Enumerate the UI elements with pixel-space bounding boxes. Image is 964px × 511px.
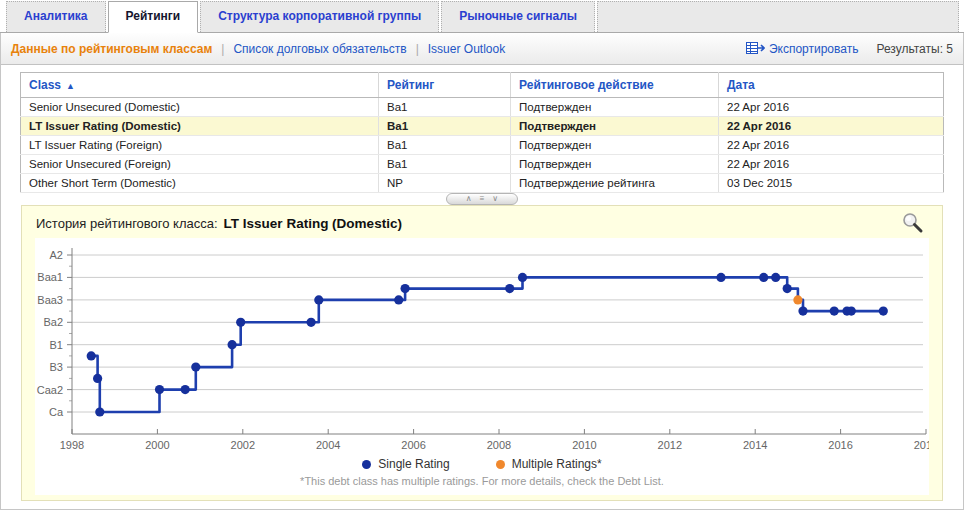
tab-market-signals[interactable]: Рыночные сигналы xyxy=(441,1,595,32)
svg-text:Baa1: Baa1 xyxy=(37,271,63,283)
column-header-date[interactable]: Дата xyxy=(719,73,944,98)
subnav-links: Данные по рейтинговым классам | Список д… xyxy=(11,42,505,56)
svg-text:Ca: Ca xyxy=(49,406,64,418)
tab-strip-filler xyxy=(597,1,959,32)
chart-title: История рейтингового класса:LT Issuer Ra… xyxy=(22,206,942,238)
svg-text:A2: A2 xyxy=(50,249,63,261)
tab-bar: Аналитика Рейтинги Структура корпоративн… xyxy=(0,0,964,33)
svg-text:B3: B3 xyxy=(50,361,63,373)
table-header-row: Class▲ Рейтинг Рейтинговое действие Дата xyxy=(21,73,944,98)
svg-text:2002: 2002 xyxy=(231,439,255,451)
grip-icon: ≡ xyxy=(480,194,485,203)
page: Аналитика Рейтинги Структура корпоративн… xyxy=(0,0,964,510)
content-area: Данные по рейтинговым классам | Список д… xyxy=(0,33,964,510)
svg-text:1998: 1998 xyxy=(60,439,84,451)
splitter-row: ∧≡∨ xyxy=(1,193,963,205)
single-rating-dot-icon xyxy=(362,460,371,469)
subnav-separator: | xyxy=(221,42,224,56)
table-row[interactable]: Senior Unsecured (Foreign)Ba1Подтвержден… xyxy=(21,155,944,174)
rating-history-plot: A2Baa1Baa3Ba2B1B3Caa2Ca19982000200220042… xyxy=(35,240,929,452)
subnav-link-issuer-outlook[interactable]: Issuer Outlook xyxy=(428,42,505,56)
svg-text:2008: 2008 xyxy=(487,439,511,451)
svg-text:2000: 2000 xyxy=(145,439,169,451)
svg-text:2014: 2014 xyxy=(743,439,767,451)
panel-resize-handle[interactable]: ∧≡∨ xyxy=(446,193,518,205)
legend-item-multiple: Multiple Ratings* xyxy=(496,457,602,471)
column-header-rating[interactable]: Рейтинг xyxy=(379,73,511,98)
export-link[interactable]: Экспортировать xyxy=(769,42,859,56)
chart-legend: Single Rating Multiple Ratings* xyxy=(35,457,929,471)
collapse-up-icon: ∧ xyxy=(466,194,472,203)
rating-history-chart: A2Baa1Baa3Ba2B1B3Caa2Ca19982000200220042… xyxy=(35,238,929,495)
chart-title-value: LT Issuer Rating (Domestic) xyxy=(224,216,402,231)
subnav-actions: Экспортировать Результаты: 5 xyxy=(746,42,953,56)
svg-text:Caa2: Caa2 xyxy=(37,384,63,396)
export-icon[interactable] xyxy=(746,42,765,55)
sub-navigation: Данные по рейтинговым классам | Список д… xyxy=(1,33,963,65)
chart-title-label: История рейтингового класса: xyxy=(36,216,218,231)
svg-text:Baa3: Baa3 xyxy=(37,294,63,306)
collapse-down-icon: ∨ xyxy=(492,194,498,203)
sort-ascending-icon: ▲ xyxy=(66,81,75,91)
svg-text:2016: 2016 xyxy=(828,439,852,451)
svg-text:2004: 2004 xyxy=(316,439,340,451)
table-row[interactable]: Other Short Term (Domestic)NPПодтвержден… xyxy=(21,174,944,193)
svg-text:2012: 2012 xyxy=(658,439,682,451)
subnav-separator: | xyxy=(416,42,419,56)
svg-text:B1: B1 xyxy=(50,339,63,351)
tab-corporate-structure[interactable]: Структура корпоративной группы xyxy=(200,1,439,32)
subnav-link-rating-classes[interactable]: Данные по рейтинговым классам xyxy=(11,42,212,56)
tab-analytics[interactable]: Аналитика xyxy=(6,1,106,32)
tab-ratings[interactable]: Рейтинги xyxy=(108,1,199,33)
rating-classes-table: Class▲ Рейтинг Рейтинговое действие Дата… xyxy=(20,72,944,193)
svg-text:2010: 2010 xyxy=(572,439,596,451)
svg-text:2006: 2006 xyxy=(401,439,425,451)
table-row-selected[interactable]: LT Issuer Rating (Domestic)Ba1Подтвержде… xyxy=(21,117,944,136)
magnifier-icon[interactable] xyxy=(900,212,926,239)
svg-text:2018: 2018 xyxy=(914,439,929,451)
column-header-action[interactable]: Рейтинговое действие xyxy=(511,73,719,98)
table-row[interactable]: LT Issuer Rating (Foreign)Ba1Подтвержден… xyxy=(21,136,944,155)
column-header-class[interactable]: Class▲ xyxy=(21,73,379,98)
multiple-ratings-dot-icon xyxy=(496,460,505,469)
legend-item-single: Single Rating xyxy=(362,457,449,471)
subnav-link-debt-list[interactable]: Список долговых обязательств xyxy=(233,42,406,56)
rating-history-panel: История рейтингового класса:LT Issuer Ra… xyxy=(21,205,943,501)
chart-footnote: *This debt class has multiple ratings. F… xyxy=(35,471,929,495)
results-count: Результаты: 5 xyxy=(876,42,953,56)
table-row[interactable]: Senior Unsecured (Domestic)Ba1Подтвержде… xyxy=(21,98,944,117)
svg-text:Ba2: Ba2 xyxy=(43,316,63,328)
